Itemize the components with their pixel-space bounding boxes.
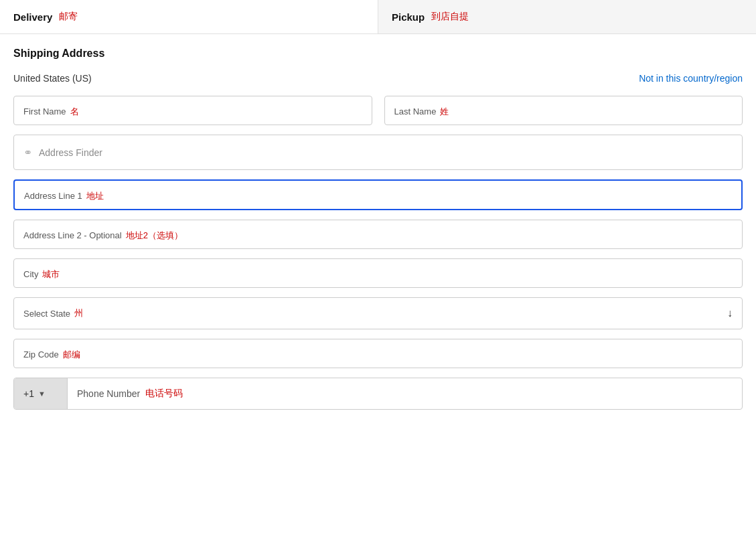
tab-pickup[interactable]: Pickup 到店自提 — [378, 0, 756, 33]
phone-country-code-selector[interactable]: +1 ▼ — [14, 378, 68, 409]
zip-label-row: Zip Code 邮编 — [23, 349, 733, 361]
section-title: Shipping Address — [13, 48, 743, 60]
address-finder-label: Address Finder — [39, 147, 102, 158]
address-line1-label-cn: 地址 — [86, 190, 104, 202]
address-finder-field[interactable]: ⚭ Address Finder — [13, 135, 743, 170]
main-content: Shipping Address United States (US) Not … — [0, 34, 756, 432]
first-name-label-row: First Name 名 — [23, 106, 362, 118]
delivery-tab-label-cn: 邮寄 — [59, 11, 78, 23]
pickup-tab-label-cn: 到店自提 — [431, 11, 469, 23]
country-row: United States (US) Not in this country/r… — [13, 73, 743, 84]
phone-row: +1 ▼ Phone Number 电话号码 — [13, 378, 743, 410]
zip-field[interactable]: Zip Code 邮编 — [13, 339, 743, 368]
address-line2-label-en: Address Line 2 - Optional — [23, 230, 122, 240]
first-name-label-cn: 名 — [70, 106, 79, 118]
last-name-label-cn: 姓 — [440, 106, 449, 118]
address-line1-label-row: Address Line 1 地址 — [24, 190, 732, 202]
last-name-label-row: Last Name 姓 — [394, 106, 733, 118]
phone-label-en: Phone Number — [77, 388, 140, 399]
not-in-country-link[interactable]: Not in this country/region — [639, 73, 743, 84]
name-row: First Name 名 Last Name 姓 — [13, 96, 743, 125]
state-select-field[interactable]: Select State 州 ↓ — [13, 297, 743, 329]
city-label-en: City — [23, 269, 38, 279]
address-line2-label-cn: 地址2（选填） — [126, 230, 183, 242]
city-label-cn: 城市 — [42, 268, 60, 281]
last-name-field[interactable]: Last Name 姓 — [384, 96, 743, 125]
address-line2-label-row: Address Line 2 - Optional 地址2（选填） — [23, 230, 733, 242]
address-line2-row: Address Line 2 - Optional 地址2（选填） — [13, 220, 743, 249]
tab-delivery[interactable]: Delivery 邮寄 — [0, 0, 378, 33]
phone-number-field[interactable]: Phone Number 电话号码 — [68, 378, 742, 409]
delivery-tab-label-en: Delivery — [13, 11, 52, 23]
phone-chevron-down-icon: ▼ — [38, 390, 46, 398]
state-label-en: Select State — [23, 309, 70, 319]
city-label-row: City 城市 — [23, 268, 733, 281]
location-icon: ⚭ — [23, 146, 32, 159]
zip-row: Zip Code 邮编 — [13, 339, 743, 368]
address-line1-field[interactable]: Address Line 1 地址 — [13, 179, 743, 210]
country-code-text: +1 — [23, 388, 34, 399]
country-label: United States (US) — [13, 73, 92, 84]
last-name-label-en: Last Name — [394, 106, 437, 116]
state-label-cn: 州 — [74, 307, 83, 319]
address-line1-row: Address Line 1 地址 — [13, 179, 743, 210]
city-field[interactable]: City 城市 — [13, 258, 743, 288]
address-line1-label-en: Address Line 1 — [24, 191, 82, 201]
page-wrapper: Delivery 邮寄 Pickup 到店自提 Shipping Address… — [0, 0, 756, 432]
phone-label-cn: 电话号码 — [145, 388, 183, 400]
city-row: City 城市 — [13, 258, 743, 288]
first-name-field[interactable]: First Name 名 — [13, 96, 372, 125]
chevron-down-icon: ↓ — [727, 307, 733, 319]
first-name-label-en: First Name — [23, 106, 66, 116]
state-label-row: Select State 州 — [23, 307, 83, 319]
pickup-tab-label-en: Pickup — [392, 11, 425, 23]
address-line2-field[interactable]: Address Line 2 - Optional 地址2（选填） — [13, 220, 743, 249]
delivery-tabs: Delivery 邮寄 Pickup 到店自提 — [0, 0, 756, 34]
zip-label-en: Zip Code — [23, 349, 59, 360]
zip-label-cn: 邮编 — [63, 349, 80, 361]
